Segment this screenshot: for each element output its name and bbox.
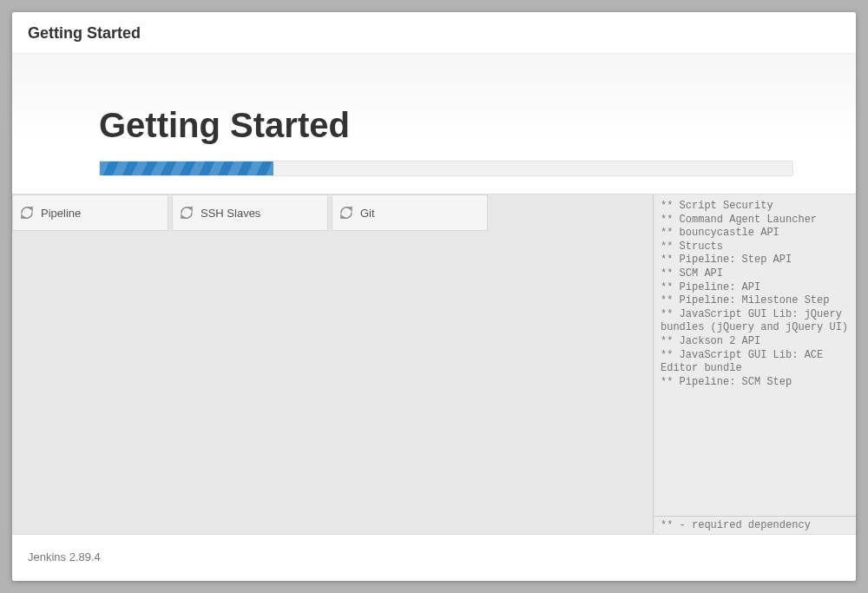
- plugin-card-git: Git: [332, 194, 488, 231]
- footer: Jenkins 2.89.4: [12, 535, 856, 581]
- sync-icon: [180, 206, 194, 220]
- log-legend: ** - required dependency: [654, 516, 856, 534]
- setup-wizard-modal: Getting Started Getting Started Pip: [12, 12, 856, 581]
- plugin-label: Pipeline: [41, 207, 81, 220]
- log-column: ** Script Security ** Command Agent Laun…: [653, 194, 856, 534]
- install-log: ** Script Security ** Command Agent Laun…: [654, 194, 856, 516]
- hero-section: Getting Started: [12, 54, 856, 194]
- install-progress-bar: [100, 161, 273, 175]
- plugin-label: Git: [360, 207, 375, 220]
- page-title: Getting Started: [99, 106, 804, 145]
- plugin-card-pipeline: Pipeline: [12, 194, 168, 231]
- install-progress: [99, 161, 793, 176]
- modal-title: Getting Started: [28, 24, 840, 43]
- sync-icon: [20, 206, 34, 220]
- body-row: Pipeline SSH Slaves: [12, 194, 856, 535]
- plugin-card-ssh-slaves: SSH Slaves: [172, 194, 328, 231]
- modal-header: Getting Started: [12, 12, 856, 54]
- sync-icon: [339, 206, 353, 220]
- version-label: Jenkins 2.89.4: [28, 550, 101, 563]
- plugin-label: SSH Slaves: [201, 207, 260, 220]
- plugin-grid: Pipeline SSH Slaves: [12, 194, 653, 534]
- hero-inner: Getting Started: [12, 106, 856, 176]
